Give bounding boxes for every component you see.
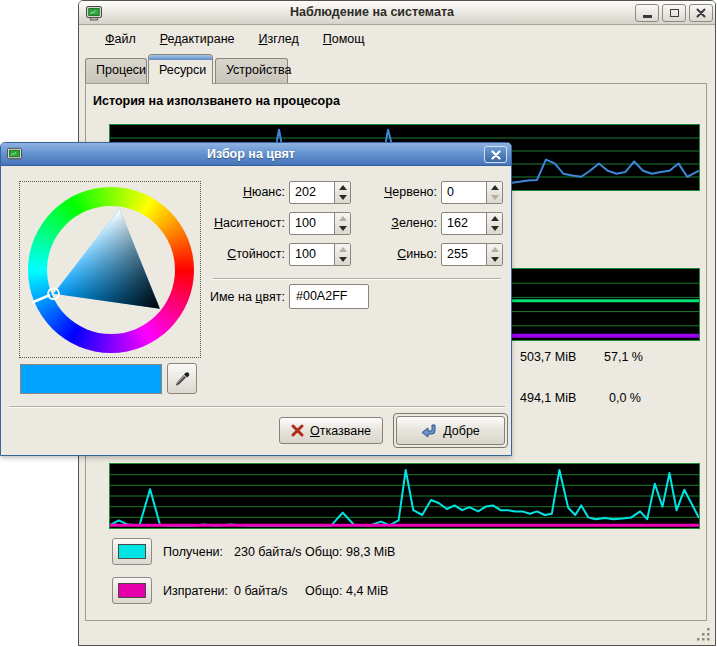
green-value[interactable]: 162 <box>442 213 486 234</box>
blue-spin-up[interactable] <box>487 244 502 255</box>
sent-color-button[interactable] <box>112 577 152 604</box>
memory-used-value: 503,7 MiB <box>520 350 576 364</box>
blue-label: Синьо: <box>357 243 437 261</box>
saturation-value[interactable]: 100 <box>290 213 334 234</box>
swap-used-percent: 0,0 % <box>609 391 641 405</box>
tab-devices-label: Устройства <box>226 63 291 77</box>
red-label: Червено: <box>357 181 437 199</box>
menubar: Файл Редактиране Изглед Помощ <box>79 26 715 52</box>
ok-button-label: Добре <box>443 424 480 438</box>
received-rate: 230 байта/s <box>234 545 301 559</box>
green-spin-up[interactable] <box>487 213 502 224</box>
saturation-label: Наситеност: <box>161 212 285 230</box>
system-monitor-icon <box>85 4 103 22</box>
screen: Наблюдение на системата Файл Редактиране… <box>0 0 717 647</box>
tab-processes[interactable]: Процеси <box>85 58 147 84</box>
dialog-titlebar[interactable]: Избор на цвят <box>1 143 511 166</box>
swap-used-value: 494,1 MiB <box>520 391 576 405</box>
received-label: Получени: <box>163 545 223 559</box>
close-icon <box>696 8 706 18</box>
tab-processes-label: Процеси <box>96 63 146 77</box>
hue-spin-down[interactable] <box>335 193 350 204</box>
hue-value[interactable]: 202 <box>290 182 334 203</box>
dialog-title: Избор на цвят <box>31 147 471 161</box>
value-value[interactable]: 100 <box>290 244 334 265</box>
fields-separator <box>213 278 501 280</box>
sent-color-swatch <box>118 583 146 598</box>
memory-usage-row: 503,7 MiB 57,1 % <box>520 350 576 364</box>
blue-spin-down[interactable] <box>487 255 502 266</box>
close-icon <box>491 150 501 160</box>
cancel-button[interactable]: Отказване <box>279 417 383 444</box>
blue-value[interactable]: 255 <box>442 244 486 265</box>
ok-button[interactable]: Добре <box>396 416 505 445</box>
dialog-close-button[interactable] <box>484 146 507 163</box>
red-spin-up[interactable] <box>487 182 502 193</box>
hue-spinbox[interactable]: 202 <box>289 181 351 204</box>
network-history-plot <box>110 464 699 528</box>
ok-button-default-ring: Добре <box>393 413 508 448</box>
close-button[interactable] <box>689 4 713 22</box>
menu-view[interactable]: Изглед <box>249 29 309 49</box>
received-color-swatch <box>118 544 146 559</box>
hue-marker[interactable] <box>32 295 50 303</box>
sent-total-label: Общо: <box>305 584 342 598</box>
saturation-spinbox[interactable]: 100 <box>289 212 351 235</box>
hue-spin-up[interactable] <box>335 182 350 193</box>
red-spin-down[interactable] <box>487 193 502 204</box>
received-total-label: Общо: <box>305 545 342 559</box>
sent-rate: 0 байта/s <box>234 584 288 598</box>
tab-resources[interactable]: Ресурси <box>148 54 213 84</box>
color-name-input[interactable]: #00A2FF <box>289 284 369 309</box>
sent-total: 4,4 MiB <box>346 584 388 598</box>
value-spin-up[interactable] <box>335 244 350 255</box>
ok-enter-icon <box>421 424 437 438</box>
eyedropper-button[interactable] <box>167 363 197 394</box>
menu-edit[interactable]: Редактиране <box>150 29 245 49</box>
cpu-history-heading: История на използването на процесора <box>93 94 340 108</box>
resize-grip[interactable] <box>695 626 711 642</box>
saturation-spin-down[interactable] <box>335 224 350 235</box>
minimize-button[interactable] <box>635 4 659 22</box>
tab-resources-label: Ресурси <box>159 63 206 77</box>
memory-used-percent: 57,1 % <box>604 350 643 364</box>
main-titlebar[interactable]: Наблюдение на системата <box>79 1 715 25</box>
network-history-chart <box>109 463 700 529</box>
sv-triangle[interactable] <box>20 182 202 359</box>
tab-devices[interactable]: Устройства <box>215 58 288 84</box>
green-spinbox[interactable]: 162 <box>441 212 503 235</box>
cancel-button-label: Отказване <box>310 424 371 438</box>
red-spinbox[interactable]: 0 <box>441 181 503 204</box>
cancel-icon <box>291 424 304 437</box>
menu-help[interactable]: Помощ <box>313 29 375 49</box>
active-tab-highlight <box>149 55 212 60</box>
system-monitor-icon <box>6 146 23 163</box>
red-value[interactable]: 0 <box>442 182 486 203</box>
maximize-icon <box>670 9 679 17</box>
menu-file[interactable]: Файл <box>95 29 146 49</box>
value-spin-down[interactable] <box>335 255 350 266</box>
action-area-separator <box>9 406 505 408</box>
window-title: Наблюдение на системата <box>119 5 625 19</box>
color-name-label: Име на цвят: <box>161 286 285 304</box>
eyedropper-icon <box>174 371 190 387</box>
maximize-button[interactable] <box>662 4 686 22</box>
value-spinbox[interactable]: 100 <box>289 243 351 266</box>
hue-label: Нюанс: <box>161 181 285 199</box>
green-spin-down[interactable] <box>487 224 502 235</box>
minimize-icon <box>643 15 652 18</box>
color-picker-dialog: Избор на цвят <box>0 142 512 456</box>
blue-spinbox[interactable]: 255 <box>441 243 503 266</box>
received-color-button[interactable] <box>112 538 152 565</box>
green-label: Зелено: <box>357 212 437 230</box>
sent-label: Изпратени: <box>163 584 228 598</box>
saturation-spin-up[interactable] <box>335 213 350 224</box>
color-preview <box>20 364 162 394</box>
color-wheel[interactable] <box>19 181 201 358</box>
value-label: Стойност: <box>161 243 285 261</box>
received-total: 98,3 MiB <box>346 545 395 559</box>
tab-strip: Процеси Ресурси Устройства <box>79 54 715 83</box>
swap-usage-row: 494,1 MiB 0,0 % <box>520 391 576 405</box>
